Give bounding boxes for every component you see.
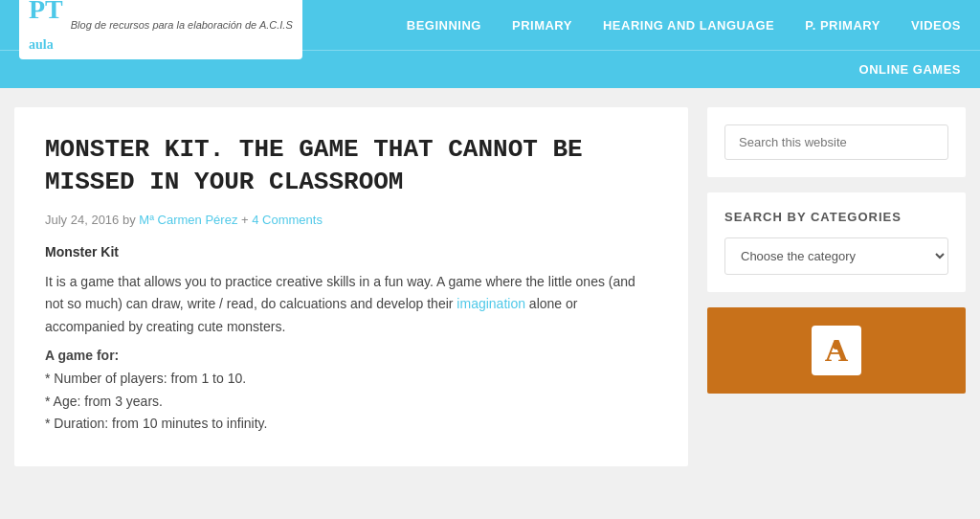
adobe-icon-wrap: A (707, 307, 966, 394)
article-by: by (122, 213, 136, 227)
nav-online-games[interactable]: ONLINE GAMES (859, 62, 961, 77)
adobe-dot (833, 342, 840, 350)
bullet1: * Number of players: from 1 to 10. (45, 368, 657, 391)
nav-primary[interactable]: PRIMARY (512, 18, 572, 33)
category-select[interactable]: Choose the category Beginning Primary He… (724, 237, 948, 275)
logo-tagline: Blog de recursos para la elaboración de … (71, 18, 293, 32)
search-input[interactable] (724, 124, 948, 160)
article-author[interactable]: Mª Carmen Pérez (139, 213, 237, 227)
highlight-word: imagination (457, 296, 525, 311)
adobe-banner[interactable]: A (707, 307, 966, 394)
article-body: It is a game that allows you to practice… (45, 271, 657, 437)
search-widget (707, 107, 966, 177)
article-separator: + (241, 213, 249, 227)
article-paragraph1: It is a game that allows you to practice… (45, 271, 657, 339)
article-comments[interactable]: 4 Comments (252, 213, 323, 227)
nav-hearing-language[interactable]: HEARING AND LANGUAGE (603, 18, 774, 33)
game-for-section: A game for: (45, 345, 657, 368)
nav-videos[interactable]: VIDEOS (911, 18, 961, 33)
categories-title: SEARCH BY CATEGORIES (724, 210, 948, 224)
logo-icon: PTaula (29, 0, 63, 56)
bullet2: * Age: from 3 years. (45, 391, 657, 414)
article-subtitle: Monster Kit (45, 244, 657, 260)
article-date: July 24, 2016 (45, 213, 119, 227)
article-area: MONSTER KIT. THE GAME THAT CANNOT BE MIS… (14, 107, 688, 466)
nav-p-primary[interactable]: P. PRIMARY (805, 18, 880, 33)
main-container: MONSTER KIT. THE GAME THAT CANNOT BE MIS… (0, 88, 980, 485)
main-nav: BEGINNING PRIMARY HEARING AND LANGUAGE P… (407, 18, 961, 33)
site-logo[interactable]: PTaula Blog de recursos para la elaborac… (19, 0, 302, 59)
adobe-logo-icon: A (812, 326, 861, 375)
top-navbar: PTaula Blog de recursos para la elaborac… (0, 0, 980, 50)
article-meta: July 24, 2016 by Mª Carmen Pérez + 4 Com… (45, 213, 657, 227)
bullet3: * Duration: from 10 minutes to infinity. (45, 413, 657, 436)
nav-beginning[interactable]: BEGINNING (407, 18, 481, 33)
categories-widget: SEARCH BY CATEGORIES Choose the category… (707, 192, 966, 292)
sidebar: SEARCH BY CATEGORIES Choose the category… (707, 107, 966, 466)
game-for-label: A game for: (45, 348, 119, 363)
article-title: MONSTER KIT. THE GAME THAT CANNOT BE MIS… (45, 134, 657, 199)
